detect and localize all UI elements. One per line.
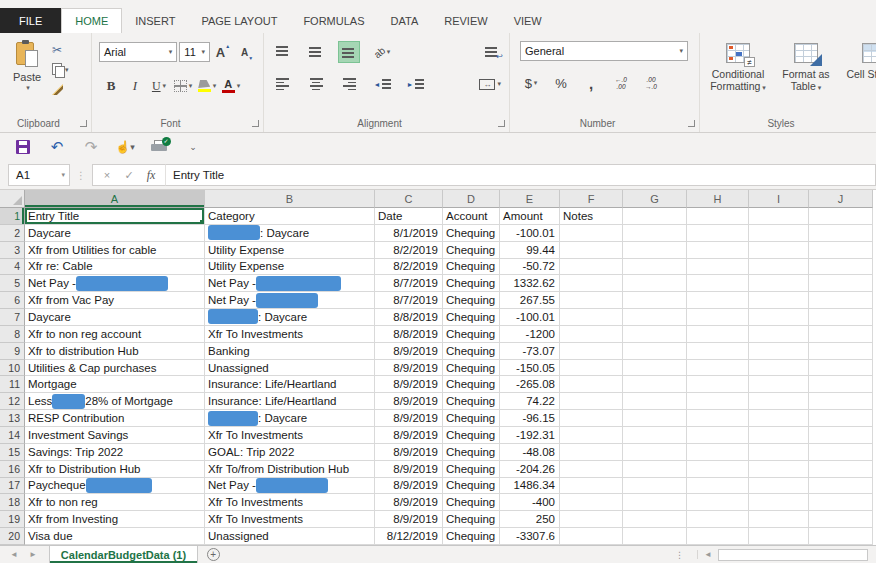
new-sheet-button[interactable]: + bbox=[198, 546, 228, 563]
cell-B15[interactable]: GOAL: Trip 2022 bbox=[205, 444, 375, 461]
cell-E9[interactable]: -73.07 bbox=[500, 343, 560, 360]
cell-H15[interactable] bbox=[687, 444, 749, 461]
cell-H11[interactable] bbox=[687, 376, 749, 393]
cell-E10[interactable]: -150.05 bbox=[500, 360, 560, 377]
cell-F16[interactable] bbox=[560, 461, 623, 478]
hscroll-left-icon[interactable]: ◄ bbox=[697, 550, 718, 559]
cell-D16[interactable]: Chequing bbox=[443, 461, 500, 478]
row-header-4[interactable]: 4 bbox=[0, 259, 25, 276]
cell-F7[interactable] bbox=[560, 309, 623, 326]
font-name-select[interactable]: Arial▾ bbox=[99, 42, 177, 62]
cell-B2[interactable]: : Daycare bbox=[205, 225, 375, 242]
cell-F10[interactable] bbox=[560, 360, 623, 377]
ribbon-tab-file[interactable]: FILE bbox=[0, 8, 61, 33]
row-header-17[interactable]: 17 bbox=[0, 478, 25, 495]
cell-B9[interactable]: Banking bbox=[205, 343, 375, 360]
cell-J1[interactable] bbox=[809, 208, 873, 225]
cell-I3[interactable] bbox=[749, 242, 809, 259]
cell-E20[interactable]: -3307.6 bbox=[500, 528, 560, 545]
comma-style-button[interactable]: , bbox=[580, 72, 602, 94]
cell-G1[interactable] bbox=[623, 208, 687, 225]
cell-F3[interactable] bbox=[560, 242, 623, 259]
cell-D11[interactable]: Chequing bbox=[443, 376, 500, 393]
undo-button[interactable]: ↶ bbox=[42, 135, 72, 159]
cell-styles-button[interactable]: Cell Styles▾ bbox=[842, 43, 876, 94]
align-right-button[interactable] bbox=[338, 73, 360, 95]
cell-H17[interactable] bbox=[687, 478, 749, 495]
cell-B19[interactable]: Xfr To Investments bbox=[205, 511, 375, 528]
cell-D14[interactable]: Chequing bbox=[443, 427, 500, 444]
accounting-format-button[interactable]: $▾ bbox=[520, 72, 542, 94]
cell-A17[interactable]: Paycheque bbox=[25, 478, 205, 495]
cell-I14[interactable] bbox=[749, 427, 809, 444]
cell-C9[interactable]: 8/9/2019 bbox=[375, 343, 443, 360]
cell-B4[interactable]: Utility Expense bbox=[205, 259, 375, 276]
cell-D8[interactable]: Chequing bbox=[443, 326, 500, 343]
cell-G17[interactable] bbox=[623, 478, 687, 495]
cell-F17[interactable] bbox=[560, 478, 623, 495]
cell-H9[interactable] bbox=[687, 343, 749, 360]
cell-I6[interactable] bbox=[749, 292, 809, 309]
cell-C5[interactable]: 8/7/2019 bbox=[375, 275, 443, 292]
cell-I15[interactable] bbox=[749, 444, 809, 461]
cell-C11[interactable]: 8/9/2019 bbox=[375, 376, 443, 393]
column-header-I[interactable]: I bbox=[749, 190, 809, 208]
cell-D9[interactable]: Chequing bbox=[443, 343, 500, 360]
cell-J16[interactable] bbox=[809, 461, 873, 478]
cell-C3[interactable]: 8/2/2019 bbox=[375, 242, 443, 259]
increase-font-size-button[interactable]: A▲ bbox=[212, 41, 234, 63]
cell-E14[interactable]: -192.31 bbox=[500, 427, 560, 444]
cell-I1[interactable] bbox=[749, 208, 809, 225]
number-dialog-launcher[interactable] bbox=[688, 120, 695, 127]
cell-C19[interactable]: 8/9/2019 bbox=[375, 511, 443, 528]
cell-G18[interactable] bbox=[623, 494, 687, 511]
cell-A10[interactable]: Utilities & Cap purchases bbox=[25, 360, 205, 377]
horizontal-scrollbar[interactable] bbox=[718, 548, 874, 561]
format-as-table-button[interactable]: Format as Table▾ bbox=[774, 43, 838, 94]
cell-J5[interactable] bbox=[809, 275, 873, 292]
cell-J4[interactable] bbox=[809, 259, 873, 276]
align-left-button[interactable] bbox=[272, 73, 294, 95]
row-header-16[interactable]: 16 bbox=[0, 461, 25, 478]
decrease-decimal-button[interactable]: .00→.0 bbox=[640, 72, 662, 94]
cell-H13[interactable] bbox=[687, 410, 749, 427]
qat-customize-button[interactable]: ⌄ bbox=[178, 135, 208, 159]
cell-I18[interactable] bbox=[749, 494, 809, 511]
cell-I9[interactable] bbox=[749, 343, 809, 360]
row-header-12[interactable]: 12 bbox=[0, 393, 25, 410]
cell-F18[interactable] bbox=[560, 494, 623, 511]
cell-E4[interactable]: -50.72 bbox=[500, 259, 560, 276]
cell-C1[interactable]: Date bbox=[375, 208, 443, 225]
cell-C18[interactable]: 8/9/2019 bbox=[375, 494, 443, 511]
cell-B7[interactable]: : Daycare bbox=[205, 309, 375, 326]
cell-F14[interactable] bbox=[560, 427, 623, 444]
cell-D7[interactable]: Chequing bbox=[443, 309, 500, 326]
row-header-5[interactable]: 5 bbox=[0, 275, 25, 292]
cell-E3[interactable]: 99.44 bbox=[500, 242, 560, 259]
column-header-A[interactable]: A bbox=[25, 190, 205, 208]
cell-F15[interactable] bbox=[560, 444, 623, 461]
cell-D20[interactable]: Chequing bbox=[443, 528, 500, 545]
cell-J15[interactable] bbox=[809, 444, 873, 461]
cell-C2[interactable]: 8/1/2019 bbox=[375, 225, 443, 242]
ribbon-tab-home[interactable]: HOME bbox=[61, 8, 122, 33]
sheet-nav-left-icon[interactable]: ◄ bbox=[10, 550, 18, 559]
cell-F20[interactable] bbox=[560, 528, 623, 545]
cell-B8[interactable]: Xfr To Investments bbox=[205, 326, 375, 343]
ribbon-tab-view[interactable]: VIEW bbox=[501, 8, 555, 33]
cell-E15[interactable]: -48.08 bbox=[500, 444, 560, 461]
cell-A18[interactable]: Xfr to non reg bbox=[25, 494, 205, 511]
font-size-select[interactable]: 11▾ bbox=[179, 42, 210, 62]
save-button[interactable] bbox=[8, 135, 38, 159]
cell-I8[interactable] bbox=[749, 326, 809, 343]
conditional-formatting-button[interactable]: ≠ Conditional Formatting▾ bbox=[706, 43, 770, 94]
column-header-J[interactable]: J bbox=[809, 190, 873, 208]
cell-I7[interactable] bbox=[749, 309, 809, 326]
middle-align-button[interactable] bbox=[305, 41, 327, 63]
cell-B3[interactable]: Utility Expense bbox=[205, 242, 375, 259]
horizontal-scrollbar-thumb[interactable] bbox=[718, 549, 868, 561]
cell-E7[interactable]: -100.01 bbox=[500, 309, 560, 326]
cell-D6[interactable]: Chequing bbox=[443, 292, 500, 309]
cell-H16[interactable] bbox=[687, 461, 749, 478]
cell-C4[interactable]: 8/2/2019 bbox=[375, 259, 443, 276]
